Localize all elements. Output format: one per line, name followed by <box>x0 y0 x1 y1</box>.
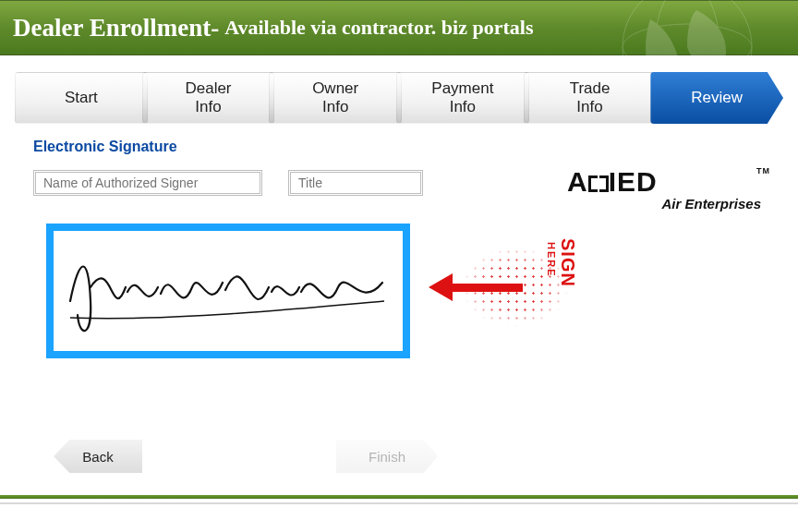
step-label: Owner Info <box>312 79 358 115</box>
step-owner-info[interactable]: Owner Info <box>269 72 402 124</box>
step-label: Dealer Info <box>185 79 231 115</box>
page: Dealer Enrollment- Available via contrac… <box>0 0 798 532</box>
step-review[interactable]: Review <box>650 72 783 124</box>
page-subtitle: Available via contractor. biz portals <box>224 16 533 40</box>
step-trade-info[interactable]: Trade Info <box>524 72 657 124</box>
brand-tagline: Air Enterprises <box>567 196 761 212</box>
signer-title-input[interactable] <box>288 170 423 196</box>
step-label: Review <box>691 89 743 107</box>
step-dealer-info[interactable]: Dealer Info <box>142 72 275 124</box>
brand-wordmark: AIEDTM <box>567 166 761 198</box>
header-band: Dealer Enrollment- Available via contrac… <box>0 0 798 55</box>
signer-name-input[interactable] <box>33 170 262 196</box>
page-title: Dealer Enrollment- <box>13 14 219 42</box>
brand-logo: AIEDTM Air Enterprises <box>567 166 761 212</box>
section-title: Electronic Signature <box>33 139 765 155</box>
step-bar: Start Dealer Info Owner Info Payment Inf… <box>0 55 798 133</box>
step-payment-info[interactable]: Payment Info <box>396 72 529 124</box>
sign-area: SIGN HERE <box>33 214 587 371</box>
step-start[interactable]: Start <box>15 72 148 124</box>
arrow-left-icon <box>429 273 521 301</box>
footer-divider <box>0 502 798 504</box>
tm-mark: TM <box>756 166 770 175</box>
back-label: Back <box>82 449 113 465</box>
step-label: Payment Info <box>431 79 493 115</box>
signature-sample <box>61 236 393 347</box>
sign-here-callout: SIGN HERE <box>421 231 578 344</box>
step-label: Start <box>65 89 98 107</box>
step-label: Trade Info <box>570 79 611 115</box>
sign-here-label: SIGN HERE <box>546 238 578 287</box>
here-text: HERE <box>546 242 557 287</box>
footer-accent <box>0 495 798 499</box>
finish-label: Finish <box>369 449 405 465</box>
finish-button[interactable]: Finish <box>336 440 438 473</box>
sign-text: SIGN <box>558 238 578 287</box>
nav-row: Back Finish <box>33 440 440 477</box>
back-button[interactable]: Back <box>54 440 142 473</box>
